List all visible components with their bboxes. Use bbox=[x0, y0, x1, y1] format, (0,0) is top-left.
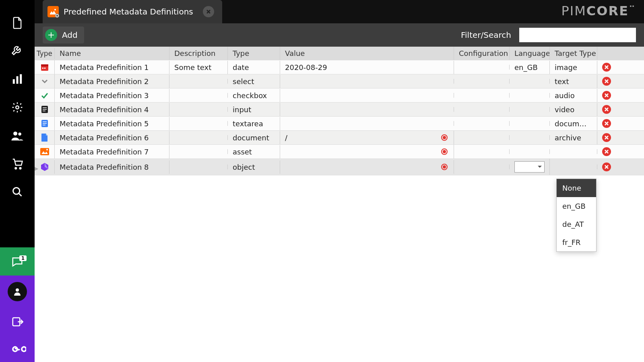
row-name[interactable]: Metadata Predefinition 1 bbox=[55, 61, 169, 74]
language-select[interactable] bbox=[514, 161, 545, 173]
col-type[interactable]: Type bbox=[228, 47, 280, 60]
row-target[interactable]: docum… bbox=[550, 117, 597, 130]
col-target-type[interactable]: Target Type bbox=[550, 47, 597, 60]
splitter-handle[interactable]: ▶ bbox=[35, 166, 39, 171]
delete-button[interactable] bbox=[602, 162, 611, 171]
row-config[interactable] bbox=[454, 93, 510, 98]
row-type[interactable]: asset bbox=[228, 145, 280, 158]
row-description[interactable] bbox=[169, 107, 228, 112]
table-row[interactable]: Metadata Predefinition 1 Some text date … bbox=[35, 60, 644, 74]
row-value[interactable] bbox=[280, 93, 454, 98]
row-description[interactable] bbox=[169, 135, 228, 140]
row-value[interactable] bbox=[280, 107, 454, 112]
row-type[interactable]: checkbox bbox=[228, 89, 280, 102]
row-language[interactable]: en_GB bbox=[510, 61, 550, 74]
row-type[interactable]: object bbox=[228, 160, 280, 174]
add-button[interactable]: + Add bbox=[43, 27, 84, 43]
row-value[interactable] bbox=[280, 145, 454, 158]
row-name[interactable]: Metadata Predefinition 6 bbox=[55, 131, 169, 144]
sidebar-tools[interactable] bbox=[0, 37, 35, 65]
row-language[interactable] bbox=[510, 159, 550, 175]
sidebar-ecommerce[interactable] bbox=[0, 150, 35, 178]
row-description[interactable] bbox=[169, 149, 228, 154]
row-language[interactable] bbox=[510, 149, 550, 154]
row-language[interactable] bbox=[510, 93, 550, 98]
sidebar-profile[interactable] bbox=[0, 276, 35, 308]
sidebar-users[interactable] bbox=[0, 121, 35, 150]
target-icon[interactable] bbox=[440, 133, 449, 142]
row-description[interactable] bbox=[169, 79, 228, 84]
row-target[interactable]: text bbox=[550, 75, 597, 88]
row-type[interactable]: textarea bbox=[228, 117, 280, 130]
delete-button[interactable] bbox=[602, 77, 611, 86]
language-dropdown[interactable]: Noneen_GBde_ATfr_FR bbox=[556, 179, 597, 252]
row-name[interactable]: Metadata Predefinition 2 bbox=[55, 75, 169, 88]
table-row[interactable]: Metadata Predefinition 5 textarea docum… bbox=[35, 117, 644, 131]
sidebar-infinity[interactable] bbox=[0, 336, 35, 362]
row-config[interactable] bbox=[454, 107, 510, 112]
table-row[interactable]: Metadata Predefinition 4 input video bbox=[35, 103, 644, 117]
row-config[interactable] bbox=[454, 149, 510, 154]
row-type[interactable]: date bbox=[228, 61, 280, 74]
target-icon[interactable] bbox=[440, 162, 449, 171]
sidebar-file[interactable] bbox=[0, 9, 35, 37]
row-description[interactable] bbox=[169, 93, 228, 98]
sidebar-notifications[interactable]: 1 bbox=[0, 247, 35, 276]
row-name[interactable]: Metadata Predefinition 5 bbox=[55, 117, 169, 130]
row-language[interactable] bbox=[510, 121, 550, 126]
table-row[interactable]: Metadata Predefinition 7 asset bbox=[35, 145, 644, 159]
table-row[interactable]: Metadata Predefinition 8 object bbox=[35, 159, 644, 175]
sidebar-search[interactable] bbox=[0, 178, 35, 206]
table-row[interactable]: Metadata Predefinition 6 document / arch… bbox=[35, 131, 644, 145]
delete-button[interactable] bbox=[602, 119, 611, 128]
language-option[interactable]: None bbox=[557, 179, 596, 197]
delete-button[interactable] bbox=[602, 105, 611, 114]
table-row[interactable]: Metadata Predefinition 2 select text bbox=[35, 74, 644, 88]
row-value[interactable] bbox=[280, 79, 454, 84]
row-config[interactable] bbox=[454, 79, 510, 84]
delete-button[interactable] bbox=[602, 133, 611, 142]
row-config[interactable] bbox=[454, 65, 510, 70]
row-value[interactable]: 2020-08-29 bbox=[280, 61, 454, 74]
tab-metadata-definitions[interactable]: Predefined Metadata Definitions bbox=[43, 0, 222, 23]
row-target[interactable]: archive bbox=[550, 131, 597, 144]
col-type-icon[interactable]: Type bbox=[35, 48, 55, 59]
sidebar-settings[interactable] bbox=[0, 93, 35, 121]
language-option[interactable]: de_AT bbox=[557, 215, 596, 233]
delete-button[interactable] bbox=[602, 63, 611, 72]
sidebar-reports[interactable] bbox=[0, 65, 35, 93]
row-name[interactable]: Metadata Predefinition 4 bbox=[55, 103, 169, 116]
row-target[interactable] bbox=[550, 149, 597, 154]
delete-button[interactable] bbox=[602, 147, 611, 156]
row-description[interactable] bbox=[169, 165, 228, 169]
row-type[interactable]: document bbox=[228, 131, 280, 144]
row-language[interactable] bbox=[510, 135, 550, 140]
row-language[interactable] bbox=[510, 107, 550, 112]
col-configuration[interactable]: Configuration bbox=[454, 47, 510, 60]
sidebar-logout[interactable] bbox=[0, 308, 35, 336]
row-target[interactable] bbox=[550, 165, 597, 169]
row-type[interactable]: select bbox=[228, 75, 280, 88]
row-target[interactable]: video bbox=[550, 103, 597, 116]
row-name[interactable]: Metadata Predefinition 3 bbox=[55, 89, 169, 102]
delete-button[interactable] bbox=[602, 91, 611, 100]
row-value[interactable]: / bbox=[280, 131, 454, 144]
row-language[interactable] bbox=[510, 79, 550, 84]
col-name[interactable]: Name bbox=[55, 47, 169, 60]
row-config[interactable] bbox=[454, 121, 510, 126]
col-description[interactable]: Description bbox=[169, 47, 228, 60]
filter-input[interactable] bbox=[519, 28, 636, 42]
row-name[interactable]: Metadata Predefinition 7 bbox=[55, 145, 169, 158]
row-name[interactable]: Metadata Predefinition 8 bbox=[55, 160, 169, 174]
row-type[interactable]: input bbox=[228, 103, 280, 116]
col-value[interactable]: Value bbox=[280, 47, 454, 60]
language-option[interactable]: fr_FR bbox=[557, 233, 596, 251]
row-target[interactable]: audio bbox=[550, 89, 597, 102]
row-config[interactable] bbox=[454, 135, 510, 140]
row-value[interactable] bbox=[280, 160, 454, 174]
row-value[interactable] bbox=[280, 121, 454, 126]
row-target[interactable]: image bbox=[550, 61, 597, 74]
table-row[interactable]: Metadata Predefinition 3 checkbox audio bbox=[35, 88, 644, 103]
col-language[interactable]: Language bbox=[510, 47, 550, 60]
row-config[interactable] bbox=[454, 165, 510, 169]
